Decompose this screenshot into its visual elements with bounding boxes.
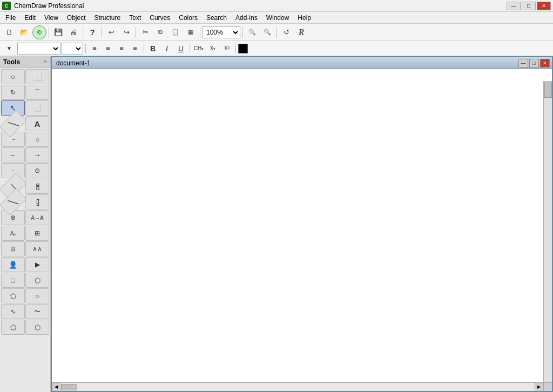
zoom-select[interactable]: 50% 75% 100% 150% 200% — [203, 26, 240, 38]
tool-grid2[interactable]: ⊟ — [1, 241, 25, 256]
menu-item-colors[interactable]: Colors — [174, 12, 202, 23]
cut-button[interactable]: ✂ — [138, 25, 152, 39]
copy-button[interactable]: ⧉ — [153, 25, 167, 39]
style-list-btn[interactable]: ▼ — [2, 42, 16, 56]
tool-subscript2[interactable]: Aₐ — [1, 226, 25, 241]
menu-item-object[interactable]: Object — [63, 12, 90, 23]
minimize-button[interactable]: — — [507, 2, 521, 10]
menu-item-text[interactable]: Text — [125, 12, 145, 23]
document-area: document-1 — □ ✕ ◀ ▶ — [51, 56, 553, 392]
size-select[interactable] — [62, 43, 83, 55]
tools-collapse-button[interactable]: ≡ — [44, 59, 47, 65]
menu-bar: FileEditViewObjectStructureTextCurvesCol… — [0, 12, 553, 24]
tool-play[interactable]: ▶ — [25, 257, 49, 272]
italic-button[interactable]: I — [160, 43, 173, 55]
menu-item-search[interactable]: Search — [202, 12, 231, 23]
tool-annotate[interactable]: A→A — [25, 210, 49, 225]
tool-square[interactable]: □ — [1, 273, 25, 288]
app-title: ChemDraw Professional — [14, 2, 84, 10]
superscript-button[interactable]: X² — [220, 43, 233, 55]
align-left-button[interactable]: ≡ — [88, 43, 101, 55]
doc-minimize-button[interactable]: — — [518, 59, 528, 67]
doc-corner — [543, 382, 552, 391]
tool-text[interactable]: A — [25, 116, 49, 131]
chem-formula-button[interactable]: CH₂ — [192, 43, 205, 55]
print-button[interactable]: 🖨 — [66, 25, 80, 39]
sep5 — [200, 27, 200, 38]
tool-arrow-double[interactable]: ↔ — [1, 147, 25, 163]
scroll-left-arrow[interactable]: ◀ — [52, 383, 60, 391]
font-select[interactable] — [17, 43, 60, 55]
menu-item-view[interactable]: View — [40, 12, 63, 23]
tools-header-label: Tools — [3, 58, 20, 66]
scroll-right-arrow[interactable]: ▶ — [535, 383, 543, 391]
tools-panel: Tools ≡ ○ ⬜ ↻ ⌒ ↖ ⬜ ╲ A ··· ⌂ ↔ → ╌ ⊙ — [0, 56, 51, 392]
maximize-button[interactable]: □ — [522, 2, 536, 10]
color-swatch[interactable] — [238, 44, 248, 53]
menu-item-structure[interactable]: Structure — [90, 12, 125, 23]
fsep3 — [190, 44, 190, 53]
doc-scrollbar-right[interactable] — [543, 81, 552, 382]
menu-item-help[interactable]: Help — [293, 12, 315, 23]
tool-chain[interactable]: ⌂ — [25, 132, 49, 147]
redo-button[interactable]: ↪ — [119, 25, 133, 39]
menu-item-file[interactable]: File — [1, 12, 20, 23]
paste-button[interactable]: 📋 — [168, 25, 183, 39]
tool-pentagon2[interactable]: ⬠ — [1, 320, 25, 335]
fsep4 — [235, 44, 236, 53]
sep3 — [102, 27, 102, 38]
menu-item-curves[interactable]: Curves — [145, 12, 174, 23]
reset-button[interactable]: ↺ — [279, 25, 293, 39]
sep2 — [83, 27, 83, 38]
align-right-button[interactable]: ≡ — [115, 43, 128, 55]
tool-hexagon-outline[interactable]: ⬡ — [25, 273, 49, 288]
scroll-thumb-horizontal[interactable] — [61, 384, 77, 390]
undo-button[interactable]: ↩ — [104, 25, 118, 39]
tool-peaks[interactable]: ∧∧ — [25, 241, 49, 256]
align-center-button[interactable]: ≡ — [102, 43, 114, 55]
tool-arrow-single[interactable]: → — [25, 147, 49, 163]
document-window: document-1 — □ ✕ ◀ ▶ — [51, 56, 553, 392]
doc-maximize-button[interactable]: □ — [529, 59, 539, 67]
zoom-out-button[interactable]: 🔍 — [260, 25, 274, 39]
tool-bracket2[interactable]: [.] — [25, 194, 49, 209]
tool-marquee-rect[interactable]: ⬜ — [25, 69, 49, 84]
tool-hexagon2[interactable]: ⬡ — [25, 320, 49, 335]
subscript-button[interactable]: X₂ — [206, 43, 219, 55]
doc-scrollbar-bottom[interactable]: ◀ ▶ — [52, 382, 543, 391]
tool-node[interactable]: ⊙ — [25, 163, 49, 178]
doc-close-button[interactable]: ✕ — [540, 59, 550, 67]
rxn-button[interactable]: R — [294, 25, 308, 39]
doc-canvas[interactable]: ◀ ▶ — [52, 69, 552, 391]
menu-item-window[interactable]: Window — [262, 12, 294, 23]
tool-pentagon[interactable]: ⬠ — [1, 288, 25, 303]
bold-button[interactable]: B — [146, 43, 159, 55]
tool-circle-outline[interactable]: ○ — [25, 288, 49, 303]
tool-eraser[interactable]: ⬜ — [25, 100, 49, 116]
tool-person[interactable]: 👤 — [1, 257, 25, 272]
new-button[interactable]: 🗋 — [2, 25, 16, 39]
underline-button[interactable]: U — [174, 43, 187, 55]
format-button[interactable]: ▦ — [184, 25, 198, 39]
tool-rotate[interactable]: ↻ — [1, 85, 25, 100]
save-button[interactable]: 💾 — [51, 25, 65, 39]
tool-marquee-circle[interactable]: ○ — [1, 69, 25, 84]
fsep2 — [144, 44, 144, 53]
cdx-button[interactable]: © — [32, 25, 46, 39]
zoom-in-button[interactable]: 🔍 — [245, 25, 259, 39]
doc-title-bar: document-1 — □ ✕ — [52, 57, 552, 69]
fsep1 — [85, 44, 86, 53]
menu-item-add-ins[interactable]: Add-ins — [231, 12, 262, 23]
tool-grid[interactable]: ⊞ — [25, 226, 49, 241]
tool-bracket[interactable]: [•] — [25, 179, 49, 194]
tool-wave1[interactable]: ∿ — [1, 304, 25, 319]
doc-controls: — □ ✕ — [518, 59, 550, 67]
align-justify-button[interactable]: ≡ — [129, 43, 141, 55]
scroll-thumb-vertical[interactable] — [544, 82, 552, 98]
tool-wave2[interactable]: 〜 — [25, 304, 49, 319]
menu-item-edit[interactable]: Edit — [20, 12, 40, 23]
close-button[interactable]: ✕ — [537, 2, 551, 10]
help-button[interactable]: ? — [85, 25, 99, 39]
tool-lasso[interactable]: ⌒ — [25, 85, 49, 100]
open-button[interactable]: 📂 — [17, 25, 31, 39]
